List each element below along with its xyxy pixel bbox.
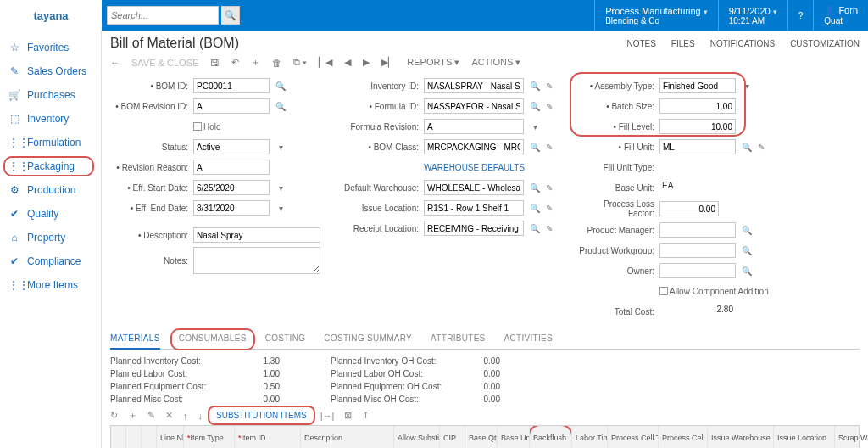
save-close-button[interactable]: SAVE & CLOSE [131, 58, 198, 68]
delete-row-icon[interactable]: ✕ [165, 410, 173, 421]
lookup-icon[interactable]: 🔍 [275, 102, 287, 111]
inventory-id-input[interactable] [424, 78, 524, 93]
lookup-icon[interactable]: 🔍 [529, 102, 541, 111]
col-header[interactable]: *Item Type [184, 426, 235, 448]
date-cell[interactable]: 9/11/2020 ▾ 10:21 AM [718, 0, 787, 31]
sidebar-item-inventory[interactable]: ⬚Inventory [0, 107, 101, 131]
allow-comp-checkbox[interactable]: Allow Component Addition [659, 287, 769, 296]
col-header[interactable]: Scrap Warehouse [835, 426, 868, 448]
help-icon[interactable]: ? [787, 0, 814, 31]
header-action-customization[interactable]: CUSTOMIZATION [790, 39, 860, 48]
col-header[interactable]: Process Cell Time ID [608, 426, 659, 448]
issue-loc-input[interactable] [424, 200, 524, 216]
eff-end-input[interactable] [193, 200, 270, 216]
edit-icon[interactable]: ✎ [546, 183, 556, 193]
prod-wg-input[interactable] [659, 243, 736, 258]
search-icon[interactable]: 🔍 [221, 6, 240, 25]
col-header[interactable] [142, 426, 157, 448]
actions-button[interactable]: ACTIONS ▾ [471, 57, 520, 68]
col-header[interactable]: Line Nbr [157, 426, 184, 448]
sidebar-item-compliance[interactable]: ✔Compliance [0, 249, 101, 273]
col-header[interactable] [111, 426, 126, 448]
col-header[interactable]: Base Qty [465, 426, 498, 448]
col-header[interactable]: Base Unit [498, 426, 530, 448]
lookup-icon[interactable]: 🔍 [529, 224, 541, 233]
tab-costing-summary[interactable]: COSTING SUMMARY [324, 328, 412, 349]
col-header[interactable]: CIP [440, 426, 465, 448]
lookup-icon[interactable]: 🔍 [275, 81, 287, 91]
formula-id-input[interactable] [424, 98, 524, 114]
owner-input[interactable] [659, 263, 736, 278]
asm-type-input[interactable] [659, 78, 736, 93]
prev-icon[interactable]: ◀ [344, 57, 351, 68]
col-header[interactable] [126, 426, 142, 448]
search-input[interactable] [107, 6, 219, 25]
edit-row-icon[interactable]: ✎ [147, 410, 155, 421]
bom-class-input[interactable] [424, 139, 524, 154]
lookup-icon[interactable]: 🔍 [741, 246, 753, 255]
col-header[interactable]: *Item ID [235, 426, 301, 448]
tab-consumables[interactable]: CONSUMABLES [179, 328, 247, 349]
lookup-icon[interactable]: 🔍 [741, 226, 753, 235]
header-action-files[interactable]: FILES [671, 39, 695, 48]
edit-icon[interactable]: ✎ [546, 224, 556, 233]
tab-activities[interactable]: ACTIVITIES [504, 328, 553, 349]
sidebar-item-formulation[interactable]: ⋮⋮Formulation [0, 131, 101, 154]
warehouse-defaults-link[interactable]: WAREHOUSE DEFAULTS [424, 163, 525, 172]
bom-id-input[interactable] [193, 78, 270, 93]
add-icon[interactable]: ＋ [251, 56, 260, 69]
col-header[interactable]: Issue Warehouse [708, 426, 774, 448]
lookup-icon[interactable]: 🔍 [529, 143, 541, 152]
sidebar-item-packaging[interactable]: ⋮⋮Packaging [0, 154, 101, 178]
edit-icon[interactable]: ✎ [546, 81, 556, 91]
first-icon[interactable]: ▏◀ [319, 57, 332, 68]
chevron-down-icon[interactable]: ▾ [275, 143, 287, 152]
tenant-cell[interactable]: Process Manufacturing ▾ Blending & Co [594, 0, 718, 31]
fit-icon[interactable]: |↔| [320, 411, 335, 421]
last-icon[interactable]: ▶▏ [381, 57, 395, 68]
sidebar-item-favorites[interactable]: ☆Favorites [0, 36, 101, 59]
lookup-icon[interactable]: 🔍 [529, 204, 541, 213]
upload-icon[interactable]: ⤒ [362, 410, 370, 421]
sidebar-item-sales-orders[interactable]: ✎Sales Orders [0, 59, 101, 83]
sidebar-item-property[interactable]: ⌂Property [0, 226, 101, 249]
lookup-icon[interactable]: 🔍 [529, 81, 541, 91]
substitution-items-button[interactable]: SUBSTITUTION ITEMS [213, 409, 310, 422]
chevron-down-icon[interactable]: ▾ [275, 183, 287, 193]
desc-input[interactable] [193, 227, 320, 243]
header-action-notifications[interactable]: NOTIFICATIONS [710, 39, 775, 48]
header-action-notes[interactable]: NOTES [626, 39, 655, 48]
prod-mgr-input[interactable] [659, 222, 736, 238]
edit-icon[interactable]: ✎ [546, 204, 556, 213]
sidebar-item-production[interactable]: ⚙Production [0, 178, 101, 202]
eff-start-input[interactable] [193, 180, 270, 195]
formula-rev-input[interactable] [424, 119, 524, 134]
col-header[interactable]: Process Cell Time Hours [659, 426, 708, 448]
sidebar-item-quality[interactable]: ✔Quality [0, 202, 101, 226]
chevron-down-icon[interactable]: ▾ [529, 122, 541, 132]
bom-rev-input[interactable] [193, 98, 270, 114]
lookup-icon[interactable]: 🔍 [741, 143, 753, 152]
chevron-down-icon[interactable]: ▾ [741, 81, 753, 91]
edit-icon[interactable]: ✎ [546, 143, 556, 152]
lookup-icon[interactable]: 🔍 [741, 266, 753, 276]
tab-attributes[interactable]: ATTRIBUTES [431, 328, 485, 349]
chevron-down-icon[interactable]: ▾ [275, 204, 287, 213]
fill-unit-input[interactable] [659, 139, 736, 154]
col-header[interactable]: Backflush [530, 426, 572, 448]
fill-level-input[interactable] [659, 119, 736, 134]
sidebar-item-purchases[interactable]: 🛒Purchases [0, 83, 101, 107]
notes-input[interactable] [193, 247, 320, 274]
add-row-icon[interactable]: ＋ [128, 409, 137, 422]
lookup-icon[interactable]: 🔍 [529, 183, 541, 193]
batch-size-input[interactable] [659, 98, 736, 114]
refresh-icon[interactable]: ↻ [110, 410, 118, 421]
tab-materials[interactable]: MATERIALS [110, 328, 160, 350]
copy-icon[interactable]: ⧉ ▾ [293, 57, 307, 68]
undo-icon[interactable]: ↶ [231, 57, 239, 68]
export-icon[interactable]: ⊠ [344, 410, 352, 421]
tab-costing[interactable]: COSTING [265, 328, 306, 349]
receipt-loc-input[interactable] [424, 221, 524, 236]
edit-icon[interactable]: ✎ [546, 102, 556, 111]
default-wh-input[interactable] [424, 180, 524, 195]
